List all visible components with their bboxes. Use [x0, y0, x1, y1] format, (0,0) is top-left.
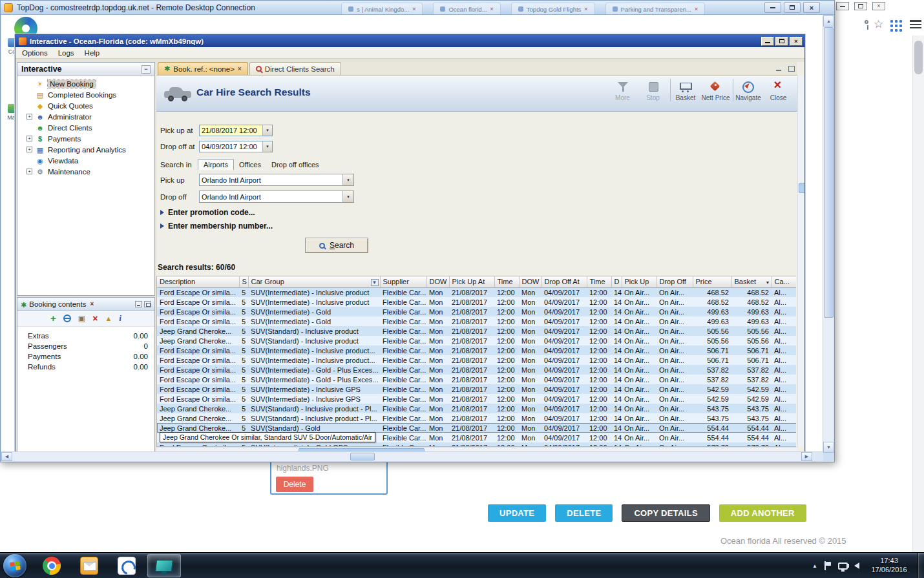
scroll-right-icon[interactable]: ▶ [801, 452, 812, 461]
result-row[interactable]: Ford Escape Or simila...5 SUV(Intermedia… [157, 297, 796, 307]
result-row[interactable]: Ford Escape Or simila...5 SUV(Intermedia… [157, 346, 796, 355]
scroll-up-icon[interactable]: ▲ [823, 15, 834, 26]
background-browser-tab[interactable]: Ocean florid... × [433, 3, 500, 15]
browser-scrollbar-thumb[interactable] [914, 41, 923, 74]
dropoff-location-select[interactable]: Orlando Intl Airport ▼ [199, 191, 354, 203]
toolbar-button[interactable]: Navigate [733, 79, 763, 101]
membership-expander[interactable]: Enter membership number... [160, 222, 273, 231]
info-icon[interactable]: i [119, 314, 121, 323]
result-row[interactable]: Ford Escape Or simila...5 SUV(Intermedia… [157, 384, 796, 394]
page-action-button[interactable]: UPDATE [488, 504, 546, 522]
result-row[interactable]: Jeep Grand Cheroke...5 SUV(Standard) - G… [157, 423, 796, 433]
sidebar-item[interactable]: + New Booking [17, 78, 154, 89]
taskbar-clock[interactable]: 17:43 17/06/2016 [863, 556, 915, 574]
background-browser-tab[interactable]: s | Animal Kingdo... × [341, 3, 423, 15]
booking-contents-row[interactable]: Refunds 0.00 [17, 362, 154, 372]
sidebar-item[interactable]: + Administrator [17, 111, 154, 122]
scrollbar-thumb[interactable] [350, 453, 375, 460]
column-header[interactable]: Price [693, 276, 731, 287]
pickup-at-input[interactable]: 21/08/2017 12:00 ▼ [199, 125, 273, 136]
expand-plus-icon[interactable]: + [26, 136, 32, 141]
result-row[interactable]: Ford Escape Or simila...5 SUV(Intermedia… [157, 375, 796, 384]
scroll-left-icon[interactable]: ◀ [1, 452, 12, 461]
rdp-close-icon[interactable]: × [803, 2, 820, 13]
toolbar-button[interactable]: Basket [670, 79, 700, 101]
page-action-button[interactable]: COPY DETAILS [622, 504, 709, 522]
tab-close-icon[interactable]: × [695, 6, 698, 12]
rdp-minimize-icon[interactable] [764, 2, 781, 13]
tab-direct-clients-search[interactable]: Direct Clients Search [249, 62, 341, 75]
column-header[interactable]: S [239, 276, 248, 287]
dropoff-at-input[interactable]: 04/09/2017 12:00 ▼ [199, 141, 273, 152]
content-vertical-scrollbar[interactable] [797, 76, 805, 447]
result-row[interactable]: Ford Escape Or simila...5 SUV(Intermedia… [157, 365, 796, 375]
rdp-vertical-scrollbar[interactable]: ▲ ▼ [823, 15, 834, 453]
background-browser-tab[interactable]: Parking and Transparen... × [605, 3, 706, 15]
sidebar-item[interactable]: + Payments [17, 133, 154, 144]
booking-contents-row[interactable]: Extras 0.00 [17, 331, 154, 341]
column-header[interactable]: Car Group [248, 276, 380, 287]
app-close-icon[interactable]: × [790, 37, 803, 46]
scrollbar-thumb[interactable] [824, 27, 834, 318]
column-header[interactable]: DOW [426, 276, 449, 287]
pin-icon[interactable] [865, 20, 868, 24]
apps-grid-icon[interactable] [890, 20, 893, 23]
tab-close-icon[interactable]: × [412, 6, 415, 12]
result-row[interactable]: Ford Escape Or simila...5 SUV(Intermedia… [157, 316, 796, 326]
background-browser-tab[interactable]: Topdog Gold Flights × [511, 3, 595, 15]
search-in-tab[interactable]: Offices [234, 160, 266, 170]
sidebar-item[interactable]: + Quick Quotes [17, 100, 154, 111]
toolbar-button[interactable]: Nett Price [700, 79, 731, 101]
chevron-down-icon[interactable]: ▼ [262, 125, 272, 136]
export-icon[interactable]: ▲ [105, 314, 112, 323]
result-row[interactable]: Jeep Grand Cheroke...5 SUV(Standard) - I… [157, 404, 796, 413]
column-header[interactable]: Basket [731, 276, 772, 287]
panel-close-icon[interactable]: × [90, 300, 94, 307]
browser-close-icon[interactable]: × [872, 2, 885, 10]
chevron-down-icon[interactable]: ▼ [342, 174, 353, 185]
column-header[interactable]: DOW [519, 276, 541, 287]
taskbar-remote-app-button[interactable] [147, 554, 181, 577]
panel-restore-icon[interactable] [144, 301, 151, 307]
result-row[interactable]: Ford Escape Or simila5 SUV(Intermediate)… [157, 442, 796, 447]
search-button[interactable]: Search [305, 238, 368, 253]
tray-expand-icon[interactable]: ▲ [812, 563, 817, 569]
search-in-tab[interactable]: Airports [198, 159, 234, 170]
column-header[interactable]: Ca... [772, 276, 796, 287]
search-in-tab[interactable]: Drop off offices [266, 160, 324, 170]
add-icon[interactable]: + [50, 314, 56, 323]
taskbar-chrome-button[interactable] [35, 554, 68, 577]
panel-collapse-icon[interactable]: − [142, 65, 151, 74]
toolbar-button[interactable]: Stop [638, 79, 668, 101]
pickup-location-select[interactable]: Orlando Intl Airport ▼ [199, 174, 354, 186]
promo-code-expander[interactable]: Enter promotion code... [160, 208, 255, 217]
tab-close-icon[interactable]: × [238, 65, 242, 72]
result-row[interactable]: Jeep Grand Cheroke...5 SUV(Standard) - I… [157, 413, 796, 423]
sidebar-item[interactable]: + Completed Bookings [17, 89, 154, 100]
column-header[interactable]: Time [587, 276, 611, 287]
app-titlebar[interactable]: Interactive - Ocean-Florida (code: wMmXb… [16, 35, 804, 47]
result-row[interactable]: Jeep Grand Cheroke...5 SUV(Standard) - I… [157, 336, 796, 346]
tab-close-icon[interactable]: × [584, 6, 587, 12]
result-row[interactable]: Ford Escape Or simila...5 SUV(Intermedia… [157, 394, 796, 404]
rdp-restore-icon[interactable] [784, 2, 801, 13]
column-header[interactable]: Supplier [380, 276, 426, 287]
expand-plus-icon[interactable]: + [26, 169, 32, 174]
column-header[interactable]: Time [494, 276, 519, 287]
scrollbar-thumb[interactable] [799, 183, 805, 193]
column-header[interactable]: Description [157, 276, 239, 287]
globe-icon[interactable] [63, 315, 71, 322]
chevron-down-icon[interactable]: ▼ [342, 191, 353, 202]
booking-contents-header[interactable]: Booking contents × [17, 298, 154, 311]
basket-icon[interactable]: ▣ [78, 314, 85, 323]
menu-item[interactable]: Options [17, 49, 53, 57]
column-header[interactable]: Drop Off At [541, 276, 587, 287]
toolbar-button[interactable]: Close [763, 79, 793, 101]
sidebar-item[interactable]: + Reporting and Analytics [17, 144, 154, 155]
toolbar-button[interactable]: More [607, 79, 638, 101]
browser-scrollbar[interactable] [912, 36, 924, 552]
result-row[interactable]: Ford Escape Or simila...5 SUV(Intermedia… [157, 355, 796, 365]
column-header[interactable]: Drop Off [656, 276, 693, 287]
column-header[interactable]: Pick Up [622, 276, 656, 287]
expand-plus-icon[interactable]: + [26, 147, 32, 152]
